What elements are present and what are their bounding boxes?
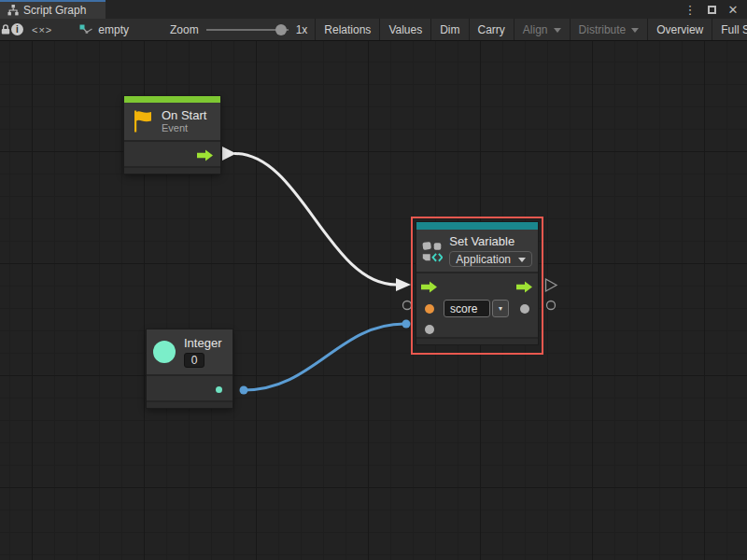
variable-scope-dropdown[interactable]: Application	[449, 251, 532, 267]
info-circle-icon: i	[11, 23, 23, 35]
node-title: Integer	[184, 336, 221, 350]
set-variable-header-bar	[416, 222, 538, 230]
tab-script-graph[interactable]: Script Graph	[0, 0, 106, 19]
toolbar-buttons: Relations Values Dim Carry Align Distrib…	[315, 19, 747, 40]
distribute-dropdown-button[interactable]: Distribute	[571, 19, 648, 40]
node-on-start[interactable]: On Start Event	[124, 96, 220, 174]
variable-scope-value: Application	[456, 253, 511, 266]
variable-name-field[interactable]: score	[444, 300, 490, 317]
flow-connection-wire[interactable]	[234, 153, 396, 285]
set-variable-flow-in-connector[interactable]	[396, 278, 411, 291]
node-title: Set Variable	[449, 234, 532, 248]
graph-breadcrumb[interactable]: empty	[70, 19, 138, 40]
info-button[interactable]: i	[11, 19, 23, 40]
chevron-down-icon: ▾	[499, 304, 502, 313]
value-out-port[interactable]	[520, 304, 529, 314]
on-start-header-bar	[124, 96, 220, 103]
zoom-value: 1x	[296, 23, 308, 36]
integer-value-field[interactable]: 0	[184, 353, 204, 368]
node-integer[interactable]: Integer 0	[147, 329, 233, 408]
chevron-down-icon	[518, 258, 526, 262]
graph-canvas[interactable]: On Start Event	[0, 41, 747, 560]
chevron-down-icon	[554, 28, 561, 33]
variable-name-port[interactable]	[425, 304, 434, 314]
relations-label: Relations	[324, 23, 371, 36]
dim-label: Dim	[440, 23, 459, 36]
set-variable-flow-out-port-outer[interactable]	[546, 279, 557, 291]
node-set-variable[interactable]: Set Variable Application	[416, 222, 538, 344]
script-graph-icon	[7, 5, 19, 16]
zoom-label: Zoom	[170, 23, 199, 36]
flow-out-port-icon[interactable]	[516, 281, 533, 293]
close-button[interactable]: ✕	[726, 3, 740, 16]
value-connection-wire[interactable]	[244, 324, 404, 390]
flow-out-port-icon[interactable]	[197, 149, 214, 161]
node-subtitle: Event	[162, 122, 206, 134]
tab-bar: Script Graph ⋮ ✕	[0, 0, 747, 19]
variable-name-dropdown-button[interactable]: ▾	[492, 300, 509, 317]
graph-toolbar: i <×> empty Zoom 1x Relations Values	[0, 19, 747, 41]
full-screen-button[interactable]: Full Screen	[712, 19, 747, 40]
node-set-variable-selection: Set Variable Application	[411, 217, 543, 355]
flag-icon	[132, 109, 154, 133]
on-start-flow-out-connector[interactable]	[222, 147, 236, 161]
overview-label: Overview	[656, 23, 703, 36]
chevron-down-icon	[631, 28, 639, 33]
overview-button[interactable]: Overview	[648, 19, 712, 40]
carry-button[interactable]: Carry	[470, 19, 514, 40]
maximize-button[interactable]	[705, 3, 718, 16]
graph-breadcrumb-label: empty	[98, 23, 129, 36]
relations-button[interactable]: Relations	[316, 19, 379, 40]
align-label: Align	[523, 23, 548, 36]
tab-title: Script Graph	[23, 4, 86, 17]
node-footer	[147, 400, 233, 408]
window-controls: ⋮ ✕	[684, 0, 747, 19]
set-variable-value-out-port-outer[interactable]	[547, 301, 556, 310]
values-label: Values	[388, 23, 422, 36]
code-preview-toggle[interactable]: <×>	[23, 19, 61, 40]
dim-button[interactable]: Dim	[431, 19, 468, 40]
node-title: On Start	[162, 108, 206, 122]
values-button[interactable]: Values	[380, 19, 430, 40]
script-graph-window: Script Graph ⋮ ✕ i <×> emp	[0, 0, 747, 560]
zoom-slider[interactable]	[206, 24, 289, 35]
lock-icon	[0, 23, 11, 35]
maximize-icon	[708, 6, 716, 14]
value-in-port[interactable]	[425, 325, 434, 334]
flow-in-port-icon[interactable]	[421, 281, 438, 293]
align-dropdown-button[interactable]: Align	[514, 19, 570, 40]
full-screen-label: Full Screen	[721, 23, 747, 36]
lock-button[interactable]	[0, 19, 11, 40]
variables-icon	[422, 238, 443, 264]
integer-value-out-port[interactable]	[216, 386, 222, 393]
carry-label: Carry	[478, 23, 505, 36]
zoom-control: Zoom 1x	[162, 19, 315, 40]
integer-circle-icon	[153, 341, 176, 363]
zoom-slider-knob[interactable]	[275, 24, 287, 35]
graph-branch-icon	[79, 24, 93, 35]
distribute-label: Distribute	[579, 23, 627, 36]
node-footer	[124, 166, 220, 174]
variable-name-value: score	[450, 302, 477, 315]
window-menu-button[interactable]: ⋮	[684, 3, 697, 16]
